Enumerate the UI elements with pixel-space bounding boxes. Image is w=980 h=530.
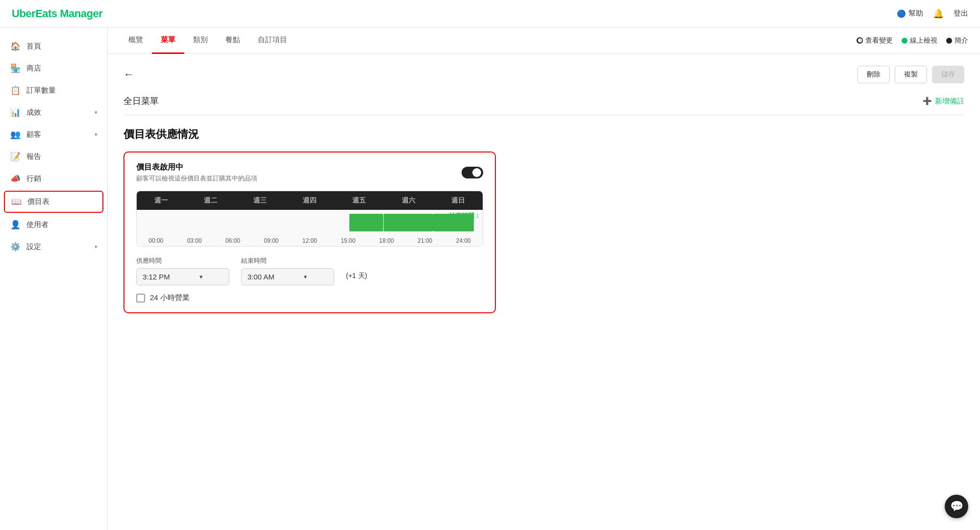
marketing-icon: 📣: [10, 174, 21, 184]
delete-button[interactable]: 刪除: [858, 66, 890, 83]
time-label-1: 03:00: [175, 237, 213, 244]
chart-bar-area: 結束時間： 03:00: [137, 210, 483, 235]
online-view-button[interactable]: 線上檢視: [902, 36, 937, 45]
24h-checkbox[interactable]: [136, 294, 145, 303]
start-time-select[interactable]: 3:12 PM ▾: [136, 268, 229, 285]
orders-icon: 📋: [10, 85, 21, 96]
sidebar-item-label: 設定: [26, 242, 41, 252]
sidebar-item-home[interactable]: 🏠 首頁: [0, 35, 107, 57]
back-button[interactable]: ←: [123, 68, 134, 81]
add-note-label: 新增備註: [935, 97, 964, 106]
week-header: 週一 週二 週三 週四 週五 週六 週日: [137, 191, 483, 210]
sidebar-item-orders[interactable]: 📋 訂單數量: [0, 79, 107, 101]
weekly-chart: 週一 週二 週三 週四 週五 週六 週日: [136, 191, 483, 247]
copy-button[interactable]: 複製: [895, 66, 927, 83]
sidebar-item-label: 使用者: [26, 220, 49, 229]
end-time-group: 結束時間 3:00 AM ▾: [241, 256, 334, 285]
toggle-label-wrap: 價目表啟用中 顧客可以檢視這份價目表並訂購其中的品項: [136, 162, 257, 183]
chat-icon: 💬: [950, 500, 963, 513]
intro-button[interactable]: 簡介: [946, 36, 968, 45]
start-time-value: 3:12 PM: [143, 273, 170, 281]
chat-fab-button[interactable]: 💬: [945, 495, 968, 518]
chevron-down-icon: ▾: [304, 273, 307, 280]
app-logo: UberEats Manager: [12, 7, 102, 20]
time-label-7: 21:00: [406, 237, 444, 244]
content-area: 概覽 菜單 類別 餐點 自訂項目 🕐 查看變更: [108, 27, 980, 530]
sidebar-item-label: 價目表: [27, 197, 49, 206]
green-dot-icon: [902, 38, 907, 44]
customers-icon: 👥: [10, 129, 21, 140]
sidebar-item-performance[interactable]: 📊 成效 ▾: [0, 101, 107, 124]
save-button[interactable]: 儲存: [932, 66, 964, 83]
menu-icon: 📖: [11, 197, 22, 207]
time-label-0: 00:00: [137, 237, 175, 244]
black-dot-icon: [946, 38, 952, 44]
logout-button[interactable]: 登出: [954, 9, 968, 18]
day-sat: 週六: [384, 191, 433, 210]
add-note-button[interactable]: ➕ 新增備註: [923, 97, 964, 106]
sidebar-item-settings[interactable]: ⚙️ 設定 ▾: [0, 236, 107, 258]
time-label-4: 12:00: [291, 237, 329, 244]
toggle-row: 價目表啟用中 顧客可以檢視這份價目表並訂購其中的品項: [136, 162, 483, 183]
notification-bell[interactable]: 🔔: [933, 8, 944, 19]
tab-dish[interactable]: 餐點: [217, 27, 249, 54]
sub-nav-tabs: 概覽 菜單 類別 餐點 自訂項目: [120, 27, 296, 53]
menu-title: 全日菜單: [123, 95, 159, 107]
end-time-value: 3:00 AM: [247, 273, 274, 281]
view-changes-button[interactable]: 🕐 查看變更: [857, 36, 893, 45]
header-right: 🔵 幫助 🔔 登出: [897, 8, 968, 19]
chevron-down-icon: ▾: [95, 244, 98, 250]
sidebar-item-label: 行銷: [26, 174, 41, 183]
day-mon: 週一: [137, 191, 186, 210]
reports-icon: 📝: [10, 151, 21, 162]
tab-custom[interactable]: 自訂項目: [249, 27, 296, 54]
clock-icon: 🕐: [857, 37, 863, 44]
performance-icon: 📊: [10, 107, 21, 118]
home-icon: 🏠: [10, 41, 21, 51]
sidebar-item-store[interactable]: 🏪 商店: [0, 57, 107, 79]
time-label-6: 18:00: [368, 237, 406, 244]
sidebar-item-label: 成效: [26, 108, 41, 117]
24h-checkbox-row: 24 小時營業: [136, 293, 483, 303]
sidebar-item-label: 訂單數量: [26, 86, 56, 95]
sidebar-item-reports[interactable]: 📝 報告: [0, 146, 107, 168]
time-label-2: 06:00: [214, 237, 252, 244]
green-bar-sat: [384, 214, 433, 231]
tab-category[interactable]: 類別: [184, 27, 217, 54]
start-time-label: 供應時間: [136, 256, 229, 265]
page-body: ← 刪除 複製 儲存 全日菜單 ➕ 新增備註 價目表供應情況: [108, 54, 980, 530]
end-time-label: 結束時間： 03:00: [449, 212, 481, 228]
day-wed: 週三: [236, 191, 285, 210]
time-selectors: 供應時間 3:12 PM ▾ 結束時間 3:00 AM ▾ (+1 天): [136, 256, 483, 285]
toolbar-row: ← 刪除 複製 儲存: [123, 66, 964, 83]
24h-label: 24 小時營業: [150, 293, 190, 303]
main-layout: 🏠 首頁 🏪 商店 📋 訂單數量 📊 成效 ▾ 👥 顧客 ▾ 📝 報告 📣 行銷: [0, 27, 980, 530]
sub-nav: 概覽 菜單 類別 餐點 自訂項目 🕐 查看變更: [108, 27, 980, 54]
sub-nav-actions: 🕐 查看變更 線上檢視 簡介: [857, 36, 968, 45]
plus-one-label: (+1 天): [346, 272, 367, 285]
chevron-down-icon: ▾: [95, 131, 98, 138]
sidebar-item-menu[interactable]: 📖 價目表: [4, 191, 103, 213]
plus-icon: ➕: [923, 97, 932, 105]
help-button[interactable]: 🔵 幫助: [897, 9, 923, 18]
sidebar-item-users[interactable]: 👤 使用者: [0, 214, 107, 236]
toggle-label: 價目表啟用中: [136, 162, 257, 173]
sidebar-item-customers[interactable]: 👥 顧客 ▾: [0, 124, 107, 146]
menu-enabled-toggle[interactable]: [462, 167, 483, 178]
tab-menu[interactable]: 菜單: [152, 27, 184, 54]
sidebar-item-label: 報告: [26, 152, 41, 161]
sidebar-item-label: 商店: [26, 64, 41, 73]
section-title: 價目表供應情況: [123, 127, 964, 142]
day-tue: 週二: [186, 191, 236, 210]
start-time-group: 供應時間 3:12 PM ▾: [136, 256, 229, 285]
time-labels: 00:00 03:00 06:00 09:00 12:00 15:00 18:0…: [137, 235, 483, 246]
time-label-8: 24:00: [444, 237, 483, 244]
users-icon: 👤: [10, 220, 21, 230]
end-time-label: 結束時間: [241, 256, 334, 265]
time-label-5: 15:00: [329, 237, 367, 244]
end-time-select[interactable]: 3:00 AM ▾: [241, 268, 334, 285]
tab-overview[interactable]: 概覽: [120, 27, 152, 54]
green-bar-fri: [349, 214, 383, 231]
sidebar-item-marketing[interactable]: 📣 行銷: [0, 168, 107, 190]
store-icon: 🏪: [10, 63, 21, 74]
